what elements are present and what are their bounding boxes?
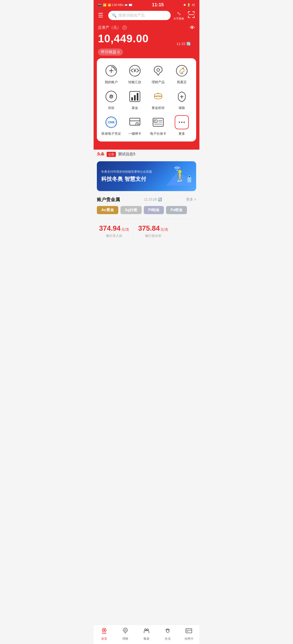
menu-grid: 我的账户 ¥ 转账汇款	[100, 64, 193, 136]
status-icons: 📷	[98, 3, 102, 7]
svg-rect-47	[179, 173, 181, 177]
svg-text:¥: ¥	[133, 68, 136, 73]
menu-label-social-card: 电子社保卡	[150, 131, 166, 136]
menu-item-gold-saving[interactable]: 黄金积存	[146, 89, 170, 110]
gold-tab-ag[interactable]: Ag白银	[120, 206, 142, 214]
gold-more-button[interactable]: 更多 >	[186, 197, 196, 202]
svg-point-45	[183, 121, 185, 123]
more-icon	[175, 115, 189, 129]
news-tag-gonggao: 公告	[107, 152, 116, 157]
svg-rect-7	[194, 16, 195, 18]
scan-button[interactable]	[187, 11, 195, 20]
svg-point-15	[176, 65, 187, 76]
battery-icon: 🔋	[187, 3, 191, 7]
phoenix-icon	[175, 64, 189, 78]
svg-point-46	[178, 170, 181, 173]
gold-sell-label: 银行卖出价	[145, 234, 161, 238]
bluetooth-icon: ✱	[183, 3, 186, 7]
gold-sell-price: 375.84 元/克 银行卖出价	[136, 222, 170, 240]
svg-rect-53	[189, 176, 190, 177]
svg-rect-8	[189, 14, 194, 15]
svg-rect-3	[194, 11, 195, 14]
assets-row: 10,449.00 11:15 🔄	[98, 33, 195, 46]
menu-item-social-card[interactable]: 社 电子社保卡	[146, 115, 170, 136]
status-left: 📷 📶 📶 2.00 KB/s 📨 ✉️	[98, 3, 132, 7]
menu-item-insurance[interactable]: 保险	[170, 89, 194, 110]
info-icon[interactable]: ⓘ	[122, 25, 127, 30]
banner[interactable]: 冬奥支付环境宣传技能竞赛和公众答题 科技冬奥 智慧支付	[97, 161, 196, 191]
gold-sell-value: 375.84	[138, 224, 160, 233]
gold-tab-pt[interactable]: Pt铂金	[144, 206, 164, 214]
svg-text:社: 社	[155, 120, 157, 122]
menu-label-insurance: 保险	[179, 106, 185, 110]
menu-item-more[interactable]: 更多	[170, 115, 194, 136]
eye-icon[interactable]: 👁	[190, 25, 195, 31]
status-bar: 📷 📶 📶 2.00 KB/s 📨 ✉️ 11:15 ✱ 🔋 42	[94, 0, 199, 9]
menu-label-bind-card: 一键绑卡	[128, 131, 141, 136]
gold-tabs: Au黄金 Ag白银 Pt铂金 Pa钯金	[97, 206, 196, 214]
banner-text: 冬奥支付环境宣传技能竞赛和公众答题 科技冬奥 智慧支付	[101, 170, 152, 183]
menu-item-medicare[interactable]: CHS 医保电子凭证	[100, 115, 123, 136]
large-font-button[interactable]: ⤡ 大字视角	[173, 11, 184, 20]
menu-item-phoenix[interactable]: 凤凰宝	[170, 64, 194, 85]
svg-point-16	[182, 67, 184, 69]
menu-label-wealth: 理财产品	[152, 80, 165, 85]
message-icon: ✉️	[129, 3, 132, 7]
menu-label-medicare: 医保电子凭证	[101, 131, 121, 136]
gold-sell-unit: 元/克	[160, 227, 168, 232]
svg-point-54	[177, 170, 178, 171]
svg-point-43	[179, 121, 180, 123]
speed-text: 📶 2.00 KB/s 📨	[108, 4, 128, 7]
menu-label-phoenix: 凤凰宝	[177, 80, 187, 85]
assets-label: 总资产（元） ⓘ 👁	[98, 25, 195, 31]
gold-refresh-icon[interactable]: 🔄	[158, 198, 162, 201]
menu-item-deposit[interactable]: 存 存款	[100, 89, 123, 110]
menu-label-gold-saving: 黄金积存	[152, 106, 165, 110]
menu-label-fund: 基金	[132, 106, 138, 110]
menu-label-transfer: 转账汇款	[128, 80, 141, 85]
svg-rect-51	[187, 178, 191, 182]
menu-item-my-account[interactable]: 我的账户	[100, 64, 123, 85]
header-actions: ⤡ 大字视角	[173, 11, 195, 20]
banner-small-text: 冬奥支付环境宣传技能竞赛和公众答题	[101, 170, 152, 174]
news-section: 头条 公告 测试信息5	[94, 150, 199, 161]
wealth-icon	[151, 64, 165, 78]
transfer-icon: ¥	[128, 64, 142, 78]
refresh-icon[interactable]: 🔄	[186, 42, 191, 46]
gold-buy-label: 银行买入价	[106, 234, 122, 238]
menu-label-my-account: 我的账户	[105, 80, 118, 85]
svg-point-44	[181, 121, 182, 123]
assets-timestamp: 11:15 🔄	[176, 42, 191, 46]
battery-level: 42	[192, 3, 195, 7]
news-tag-toutiao: 头条	[97, 152, 104, 157]
gold-title: 账户贵金属	[97, 197, 120, 203]
svg-point-14	[157, 69, 160, 71]
menu-item-transfer[interactable]: ¥ 转账汇款	[123, 64, 147, 85]
deposit-icon: 存	[104, 89, 118, 104]
svg-text:存: 存	[109, 94, 114, 99]
status-right: ✱ 🔋 42	[183, 3, 195, 7]
search-bar[interactable]: 🔍 搜索功能或产品	[108, 11, 171, 20]
menu-item-fund[interactable]: 基金	[123, 89, 147, 110]
banner-big-text: 科技冬奥 智慧支付	[101, 175, 152, 183]
svg-rect-22	[137, 93, 138, 101]
gold-header: 账户贵金属 11:15:28 🔄 更多 >	[97, 194, 196, 206]
bindcard-icon	[128, 115, 142, 129]
menu-item-bind-card[interactable]: 一键绑卡	[123, 115, 147, 136]
svg-rect-1	[188, 11, 189, 14]
menu-item-wealth[interactable]: 理财产品	[146, 64, 170, 85]
signal-icon: 📶	[103, 3, 107, 7]
menu-label-deposit: 存款	[108, 106, 114, 110]
gold-divider	[133, 222, 134, 240]
gold-tab-pa[interactable]: Pa钯金	[166, 206, 187, 214]
menu-button[interactable]: ☰	[98, 12, 106, 19]
insurance-icon	[175, 89, 189, 104]
gold-section: 账户贵金属 11:15:28 🔄 更多 > Au黄金 Ag白银 Pt铂金 Pa钯…	[94, 194, 199, 243]
large-font-label: 大字视角	[173, 17, 184, 20]
account-icon	[104, 64, 118, 78]
banner-section[interactable]: 冬奥支付环境宣传技能竞赛和公众答题 科技冬奥 智慧支付	[94, 161, 199, 194]
gold-buy-value: 374.94	[99, 224, 121, 233]
menu-label-more: 更多	[179, 131, 185, 136]
news-header: 头条 公告 测试信息5	[97, 150, 196, 159]
gold-tab-au[interactable]: Au黄金	[97, 206, 118, 214]
